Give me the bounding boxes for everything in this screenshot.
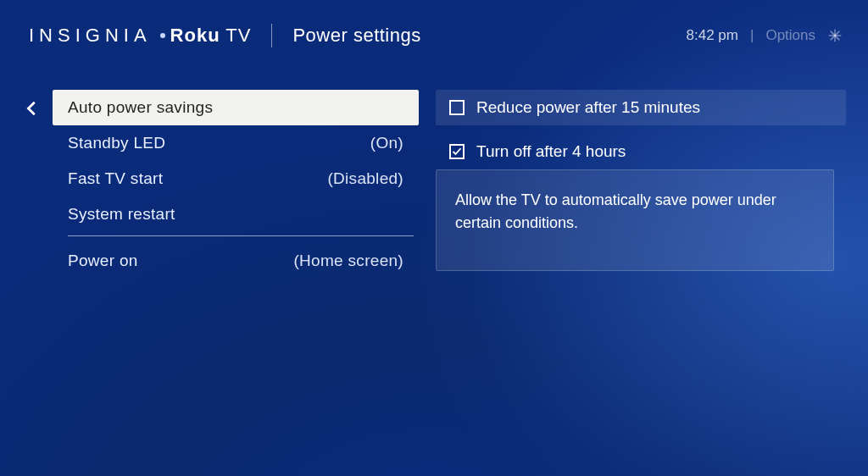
page-title: Power settings <box>292 25 420 47</box>
menu-item-fast-tv-start[interactable]: Fast TV start (Disabled) <box>53 161 419 196</box>
brand-tv: TV <box>225 25 251 46</box>
checkbox-icon <box>449 144 465 159</box>
clock: 8:42 pm <box>687 27 738 44</box>
menu-item-label: Standby LED <box>68 134 165 152</box>
divider <box>68 235 414 236</box>
description-text: Allow the TV to automatically save power… <box>455 191 776 231</box>
option-label: Turn off after 4 hours <box>476 142 626 161</box>
menu-item-value: (Disabled) <box>327 169 403 188</box>
menu-item-auto-power-savings[interactable]: Auto power savings <box>53 90 419 125</box>
menu-item-power-on[interactable]: Power on (Home screen) <box>53 243 419 279</box>
menu-item-system-restart[interactable]: System restart <box>53 196 419 232</box>
settings-menu: Auto power savings Standby LED (On) Fast… <box>53 90 419 279</box>
menu-item-label: Power on <box>68 252 138 270</box>
description-panel: Allow the TV to automatically save power… <box>436 169 834 271</box>
option-label: Reduce power after 15 minutes <box>476 98 700 117</box>
menu-item-value: (Home screen) <box>293 252 403 270</box>
dot-icon <box>160 33 165 38</box>
menu-item-label: Fast TV start <box>68 169 163 188</box>
brand-insignia: INSIGNIA <box>29 25 152 47</box>
brand: INSIGNIA Roku TV <box>29 25 251 47</box>
option-turn-off-4h[interactable]: Turn off after 4 hours <box>436 134 846 169</box>
option-list: Reduce power after 15 minutes Turn off a… <box>436 90 846 169</box>
option-reduce-power[interactable]: Reduce power after 15 minutes <box>436 90 846 125</box>
menu-item-label: Auto power savings <box>68 98 213 117</box>
asterisk-icon <box>827 28 843 43</box>
brand-roku-tv: Roku TV <box>170 25 252 47</box>
checkbox-icon <box>449 100 465 115</box>
header: INSIGNIA Roku TV Power settings 8:42 pm … <box>0 0 868 47</box>
menu-item-standby-led[interactable]: Standby LED (On) <box>53 125 419 161</box>
divider: | <box>750 27 754 44</box>
divider <box>271 24 272 47</box>
menu-item-label: System restart <box>68 205 175 224</box>
menu-item-value: (On) <box>370 134 403 152</box>
back-button[interactable] <box>20 93 44 124</box>
brand-roku: Roku <box>170 25 220 46</box>
options-label: Options <box>765 27 815 44</box>
